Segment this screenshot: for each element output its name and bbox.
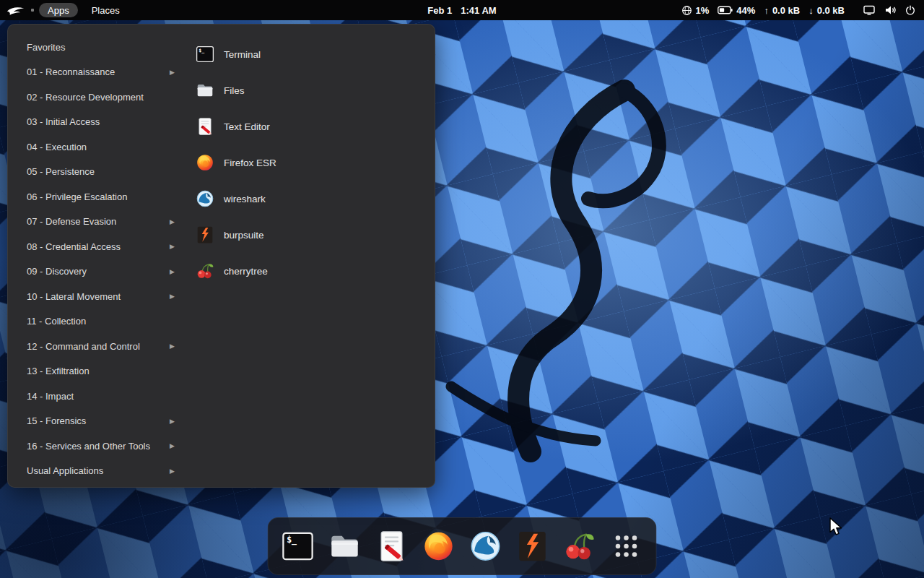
texteditor-icon: [196, 117, 214, 136]
category-label: 11 - Collection: [27, 316, 175, 327]
category-label: 16 - Services and Other Tools: [27, 441, 170, 452]
files-icon: [328, 530, 362, 563]
wireshark-icon: [196, 189, 214, 208]
dragon-silhouette: [408, 76, 718, 466]
power-icon[interactable]: [905, 5, 915, 15]
category-item[interactable]: 03 - Initial Access: [8, 110, 187, 135]
category-item[interactable]: 02 - Resource Development: [8, 85, 187, 110]
battery-icon: [718, 6, 733, 14]
category-item[interactable]: 04 - Execution: [8, 134, 187, 160]
category-item[interactable]: 14 - Impact: [8, 384, 187, 409]
kali-logo-icon[interactable]: [6, 5, 26, 16]
application-list: Terminal Files Text Editor Firefox ESR: [187, 30, 435, 481]
category-label: 14 - Impact: [27, 391, 175, 402]
applications-menu: Favorites 01 - Reconnaissance ▶ 02 - Res…: [7, 24, 435, 488]
submenu-arrow-icon: ▶: [170, 243, 175, 250]
dock-item-firefox[interactable]: [422, 530, 456, 563]
upload-indicator[interactable]: ↑ 0.0 kB: [764, 5, 800, 16]
download-value: 0.0 kB: [817, 5, 845, 16]
dock-item-cherrytree[interactable]: [563, 530, 596, 563]
category-label: 03 - Initial Access: [27, 116, 175, 127]
app-item-terminal[interactable]: Terminal: [194, 36, 435, 72]
dock-item-terminal[interactable]: [282, 530, 315, 563]
category-label: 05 - Persistence: [27, 166, 175, 177]
download-icon: ↓: [808, 5, 814, 16]
category-item[interactable]: 16 - Services and Other Tools ▶: [8, 434, 187, 459]
category-label: 08 - Credential Access: [27, 241, 170, 252]
display-icon[interactable]: [863, 5, 875, 15]
logo-dot: [31, 9, 34, 12]
category-label: 02 - Resource Development: [27, 92, 175, 103]
dock-item-files[interactable]: [328, 530, 362, 563]
dock: [268, 517, 657, 575]
app-item-files[interactable]: Files: [194, 72, 435, 108]
category-item[interactable]: Favorites: [8, 35, 187, 60]
category-label: 07 - Defense Evasion: [27, 216, 170, 227]
category-label: 10 - Lateral Movement: [27, 291, 170, 302]
app-label: Firefox ESR: [224, 158, 276, 168]
submenu-arrow-icon: ▶: [170, 442, 175, 449]
category-label: Favorites: [27, 42, 175, 53]
category-item[interactable]: 07 - Defense Evasion ▶: [8, 210, 187, 235]
burpsuite-icon: [516, 530, 549, 563]
category-item[interactable]: 05 - Persistence: [8, 160, 187, 185]
volume-icon[interactable]: [884, 5, 896, 15]
category-item[interactable]: 08 - Credential Access ▶: [8, 234, 187, 259]
battery-indicator[interactable]: 44%: [718, 5, 755, 16]
usage-value: 1%: [696, 5, 710, 16]
submenu-arrow-icon: ▶: [170, 268, 175, 275]
download-indicator[interactable]: ↓ 0.0 kB: [808, 5, 845, 16]
app-item-firefox[interactable]: Firefox ESR: [194, 144, 435, 181]
category-item[interactable]: 12 - Command and Control ▶: [8, 334, 187, 359]
category-item[interactable]: 15 - Forensics ▶: [8, 409, 187, 434]
category-item[interactable]: 10 - Lateral Movement ▶: [8, 284, 187, 309]
dock-item-burpsuite[interactable]: [516, 530, 549, 563]
app-item-texteditor[interactable]: Text Editor: [194, 108, 435, 144]
app-item-burpsuite[interactable]: burpsuite: [194, 217, 435, 253]
category-label: 04 - Execution: [27, 142, 175, 152]
category-item[interactable]: Usual Applications ▶: [8, 459, 187, 484]
category-label: 06 - Privilege Escalation: [27, 191, 175, 202]
dock-item-texteditor[interactable]: [375, 530, 409, 563]
submenu-arrow-icon: ▶: [170, 342, 175, 350]
firefox-icon: [422, 530, 456, 563]
category-label: 15 - Forensics: [27, 415, 170, 426]
app-label: Files: [224, 85, 245, 96]
globe-icon: [681, 5, 692, 16]
submenu-arrow-icon: ▶: [170, 218, 175, 225]
category-label: 01 - Reconnaissance: [27, 66, 170, 77]
terminal-icon: [196, 45, 214, 64]
app-item-wireshark[interactable]: wireshark: [194, 181, 435, 217]
category-item[interactable]: 06 - Privilege Escalation: [8, 184, 187, 210]
submenu-arrow-icon: ▶: [170, 293, 175, 300]
category-item[interactable]: 09 - Discovery ▶: [8, 259, 187, 285]
app-label: Text Editor: [224, 121, 270, 132]
app-item-cherrytree[interactable]: cherrytree: [194, 253, 435, 289]
category-item[interactable]: 11 - Collection: [8, 309, 187, 335]
clock[interactable]: Feb 1 1:41 AM: [427, 5, 496, 16]
submenu-arrow-icon: ▶: [170, 418, 175, 425]
dock-item-grid[interactable]: [610, 530, 643, 563]
dock-item-wireshark[interactable]: [469, 530, 502, 563]
upload-icon: ↑: [764, 5, 769, 16]
terminal-icon: [282, 530, 315, 563]
firefox-icon: [196, 153, 214, 172]
category-label: Usual Applications: [27, 465, 170, 476]
category-label: 13 - Exfiltration: [27, 366, 175, 376]
category-item[interactable]: 13 - Exfiltration: [8, 359, 187, 384]
system-tray: 1% 44% ↑ 0.0 kB ↓ 0.0 kB: [681, 5, 924, 16]
category-label: 09 - Discovery: [27, 266, 170, 277]
tray-status-icons: [863, 5, 915, 15]
submenu-arrow-icon: ▶: [170, 69, 175, 76]
category-item[interactable]: 01 - Reconnaissance ▶: [8, 60, 187, 85]
desktop: Apps Places Feb 1 1:41 AM 1%: [0, 0, 924, 578]
category-label: 12 - Command and Control: [27, 341, 170, 352]
grid-icon: [610, 530, 643, 563]
submenu-arrow-icon: ▶: [170, 467, 175, 475]
places-menu-button[interactable]: Places: [83, 3, 128, 17]
battery-value: 44%: [736, 5, 755, 16]
apps-menu-button[interactable]: Apps: [39, 3, 78, 17]
wireshark-icon: [469, 530, 502, 563]
app-label: cherrytree: [224, 266, 268, 277]
usage-indicator[interactable]: 1%: [681, 5, 710, 16]
